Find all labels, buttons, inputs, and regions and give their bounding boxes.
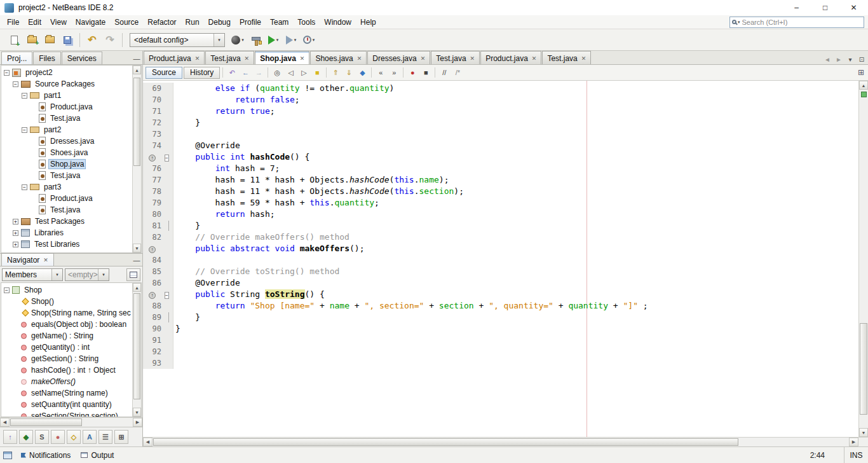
scrollbar-track[interactable] bbox=[133, 292, 141, 408]
code-text[interactable]: // Override makeOffers() method bbox=[173, 232, 349, 243]
tree-item[interactable]: +Libraries bbox=[1, 227, 132, 238]
gutter-line-number[interactable]: 76 bbox=[143, 163, 165, 174]
debug-dropdown-icon[interactable]: ▾ bbox=[294, 38, 297, 43]
navigator-tree-scrollbar[interactable]: ▲ ▼ bbox=[132, 283, 141, 417]
tree-item[interactable]: equals(Object obj) : boolean bbox=[1, 319, 132, 330]
tree-item[interactable]: hashCode() : int ↑ Object bbox=[1, 364, 132, 376]
tree-item[interactable]: −project2 bbox=[1, 67, 132, 78]
tree-item[interactable]: −Shop bbox=[1, 284, 132, 296]
editor-tab[interactable]: Product.java✕ bbox=[480, 51, 541, 64]
config-select[interactable]: <default config> ▾ bbox=[130, 33, 225, 47]
gutter-line-number[interactable]: 79 bbox=[143, 197, 165, 209]
fold-margin[interactable] bbox=[165, 300, 173, 312]
menu-source[interactable]: Source bbox=[110, 16, 143, 29]
fold-margin[interactable] bbox=[165, 197, 173, 209]
gutter-line-number[interactable]: 69 bbox=[143, 83, 165, 94]
search-input[interactable] bbox=[742, 18, 862, 26]
gutter-line-number[interactable]: 70 bbox=[143, 94, 165, 106]
navigator-tab[interactable]: Navigator ✕ bbox=[1, 253, 54, 266]
maximize-editor-icon[interactable]: ⊡ bbox=[857, 54, 867, 64]
scrollbar-thumb[interactable] bbox=[153, 438, 738, 446]
scrollbar-track[interactable] bbox=[133, 74, 141, 244]
menu-navigate[interactable]: Navigate bbox=[71, 16, 110, 29]
code-text[interactable] bbox=[173, 346, 175, 357]
sort-alphabetically-icon[interactable]: A bbox=[83, 430, 97, 444]
code-text[interactable]: public String toString() { bbox=[173, 289, 325, 300]
menu-help[interactable]: Help bbox=[356, 16, 381, 29]
window-group-icon[interactable] bbox=[3, 452, 12, 459]
code-text[interactable]: return false; bbox=[173, 94, 300, 106]
scroll-up-icon[interactable]: ▲ bbox=[133, 283, 141, 292]
tab-close-icon[interactable]: ✕ bbox=[532, 55, 537, 62]
new-project-button[interactable]: + bbox=[23, 31, 41, 49]
gutter-line-number[interactable]: 74 bbox=[143, 140, 165, 151]
previous-bookmark-button[interactable]: ⇑ bbox=[329, 66, 342, 79]
navigator-filter-select[interactable]: <empty> ▾ bbox=[65, 268, 109, 281]
menu-run[interactable]: Run bbox=[181, 16, 204, 29]
tab-close-icon[interactable]: ✕ bbox=[470, 55, 475, 62]
gutter-line-number[interactable]: 92 bbox=[143, 346, 165, 357]
expand-all-icon[interactable]: ⊞ bbox=[114, 430, 128, 444]
menu-team[interactable]: Team bbox=[266, 16, 293, 29]
show-static-icon[interactable]: S bbox=[35, 430, 49, 444]
tab-close-icon[interactable]: ✕ bbox=[195, 55, 200, 62]
menu-debug[interactable]: Debug bbox=[204, 16, 235, 29]
notifications-tab[interactable]: Notifications bbox=[16, 449, 76, 462]
scroll-right-icon[interactable]: ▶ bbox=[133, 418, 142, 427]
fold-collapse-icon[interactable]: − bbox=[165, 155, 169, 162]
split-document-button[interactable]: ⊞ bbox=[856, 67, 866, 78]
collapse-toggle-icon[interactable]: − bbox=[4, 287, 10, 293]
output-tab[interactable]: Output bbox=[76, 449, 119, 462]
editor-hscrollbar[interactable]: ◀ ▶ bbox=[143, 437, 868, 446]
close-button[interactable]: ✕ bbox=[839, 0, 868, 15]
back-button[interactable]: ← bbox=[239, 66, 252, 79]
scroll-down-icon[interactable]: ▼ bbox=[133, 244, 141, 252]
collapse-toggle-icon[interactable]: − bbox=[22, 184, 27, 190]
members-dropdown-button[interactable]: ▾ bbox=[51, 269, 62, 280]
code-text[interactable]: public abstract void makeOffers(); bbox=[173, 243, 364, 254]
gutter-line-number[interactable]: 81 bbox=[143, 220, 165, 232]
fold-margin[interactable] bbox=[165, 220, 173, 232]
expand-toggle-icon[interactable]: + bbox=[13, 219, 18, 225]
code-text[interactable]: } bbox=[173, 312, 200, 323]
panel-tab-proj[interactable]: Proj... bbox=[1, 52, 32, 64]
scrollbar-track[interactable] bbox=[153, 438, 849, 446]
tab-close-icon[interactable]: ✕ bbox=[245, 55, 250, 62]
editor-tab[interactable]: Shop.java✕ bbox=[255, 51, 309, 64]
tree-item[interactable]: getSection() : String bbox=[1, 353, 132, 364]
code-text[interactable] bbox=[173, 335, 175, 346]
tree-item[interactable]: Shop(String name, String sec bbox=[1, 307, 132, 319]
profile-project-button[interactable]: ▾ bbox=[300, 31, 318, 49]
editor-tab[interactable]: Test.java✕ bbox=[431, 51, 480, 64]
navigator-settings-button[interactable] bbox=[126, 268, 140, 281]
editor-tab[interactable]: Dresses.java✕ bbox=[367, 51, 430, 64]
code-text[interactable]: // Override toString() method bbox=[173, 266, 339, 277]
tab-close-icon[interactable]: ✕ bbox=[357, 55, 362, 62]
navigator-close-icon[interactable]: ✕ bbox=[43, 257, 48, 263]
code-text[interactable]: return hash; bbox=[173, 209, 275, 220]
code-text[interactable]: @Override bbox=[173, 140, 240, 151]
tree-item[interactable]: setSection(String section) bbox=[1, 410, 132, 417]
find-previous-button[interactable]: ◁ bbox=[284, 66, 297, 79]
tab-close-icon[interactable]: ✕ bbox=[300, 55, 305, 62]
run-project-button[interactable]: ▾ bbox=[264, 31, 282, 49]
code-text[interactable]: return "Shop [name=" + name + ", section… bbox=[173, 300, 648, 312]
navigator-hscrollbar[interactable]: ◀ ▶ bbox=[0, 417, 142, 427]
tree-item[interactable]: Test.java bbox=[1, 204, 132, 216]
collapse-toggle-icon[interactable]: − bbox=[13, 81, 18, 87]
scrollbar-thumb[interactable] bbox=[10, 418, 82, 426]
gutter-line-number[interactable]: 73 bbox=[143, 128, 165, 140]
collapse-toggle-icon[interactable]: − bbox=[22, 127, 27, 133]
start-macro-button[interactable]: ● bbox=[406, 66, 419, 79]
scroll-right-icon[interactable]: ▶ bbox=[849, 438, 858, 446]
editor-tab[interactable]: Product.java✕ bbox=[144, 51, 205, 64]
scrollbar-thumb[interactable] bbox=[133, 293, 140, 399]
fold-margin[interactable] bbox=[165, 186, 173, 197]
new-file-button[interactable]: + bbox=[5, 31, 23, 49]
tree-item[interactable]: Dresses.java bbox=[1, 135, 132, 147]
tree-item[interactable]: −part2 bbox=[1, 124, 132, 135]
redo-button[interactable]: ↷ bbox=[101, 31, 119, 49]
navigator-members-select[interactable]: Members ▾ bbox=[2, 268, 63, 281]
tree-item[interactable]: Product.java bbox=[1, 193, 132, 204]
gutter-line-number[interactable]: 85 bbox=[143, 266, 165, 277]
